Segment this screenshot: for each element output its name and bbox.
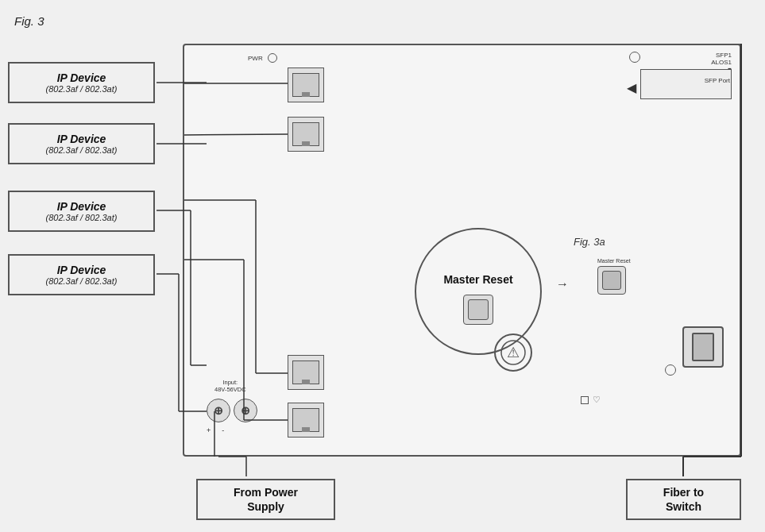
rj45-port-1 [288,67,324,102]
small-indicators: ♡ [581,395,601,405]
indicator-sq1 [581,396,589,404]
port3-notch [302,380,310,384]
rj45-port-4 [288,403,324,438]
ip-device-3: IP Device (802.3af / 802.3at) [8,191,155,232]
heart-icon: ♡ [593,395,601,405]
plus-label: + [207,426,211,434]
master-reset-button[interactable] [463,295,493,325]
svg-text:⚠: ⚠ [507,345,520,360]
terminal-block: ⊕ ⊕ [207,399,257,422]
ip-device-2: IP Device (802.3af / 802.3at) [8,123,155,164]
fig-label: Fig. 3 [14,14,44,28]
ip-device-4-title: IP Device [57,264,106,276]
terminal-polarity-labels: + - [207,426,224,434]
ip-device-1-title: IP Device [57,71,106,84]
rj45-port-2 [288,117,324,152]
usb-module-icon [682,326,724,368]
usb-module-face [692,333,714,361]
input-voltage-label: Input:48V-56VDC [214,379,246,393]
fig3a-master-label: Master Reset [597,258,631,264]
ip-device-2-sub: (802.3af / 802.3at) [46,145,118,155]
fig3a-button-face [602,271,621,290]
right-connector-bar [727,44,741,457]
fiber-switch-label-container: Fiber toSwitch [626,479,741,520]
power-supply-label: From PowerSupply [196,479,335,520]
device-panel: PWR SFP1 ALOS1 ■ SFP Port ◀ Input:48V-56… [183,44,741,457]
ip-device-2-title: IP Device [57,133,106,145]
svg-line-3 [184,134,288,135]
power-supply-label-container: From PowerSupply [196,479,335,520]
sfp-circle-indicator [629,52,640,63]
page: Fig. 3 PWR SFP1 ALOS1 ■ SFP Port ◀ [0,0,765,532]
circle-indicator-br [665,364,676,376]
master-reset-label: Master Reset [443,273,512,286]
ip-device-4: IP Device (802.3af / 802.3at) [8,254,155,295]
master-reset-button-face [468,299,489,320]
ip-device-3-sub: (802.3af / 802.3at) [46,213,118,222]
alarm-symbol: ⚠ [494,333,532,372]
minus-label: - [222,426,224,434]
pwr-area: PWR [248,53,277,63]
terminal-plus2: ⊕ [234,399,257,422]
fig3a-arrow: → [556,277,569,291]
rj45-port-3 [288,355,324,390]
sfp-port-box [640,69,732,99]
ip-device-4-sub: (802.3af / 802.3at) [46,276,118,286]
fig3a-label: Fig. 3a [574,236,605,248]
alarm-icon: ⚠ [499,338,527,367]
ip-device-1: IP Device (802.3af / 802.3at) [8,62,155,103]
port2-notch [302,141,310,146]
port4-notch [302,427,310,432]
port1-notch [302,92,310,97]
ip-device-3-title: IP Device [57,200,106,213]
fig3a-reset-button[interactable] [597,266,626,295]
ip-device-1-sub: (802.3af / 802.3at) [46,84,118,94]
terminal-plus: ⊕ [207,399,230,422]
pwr-circle [268,53,277,63]
sfp-port-arrow: ◀ [627,80,636,95]
fiber-switch-label: Fiber toSwitch [626,479,741,520]
pwr-label: PWR [248,55,263,62]
